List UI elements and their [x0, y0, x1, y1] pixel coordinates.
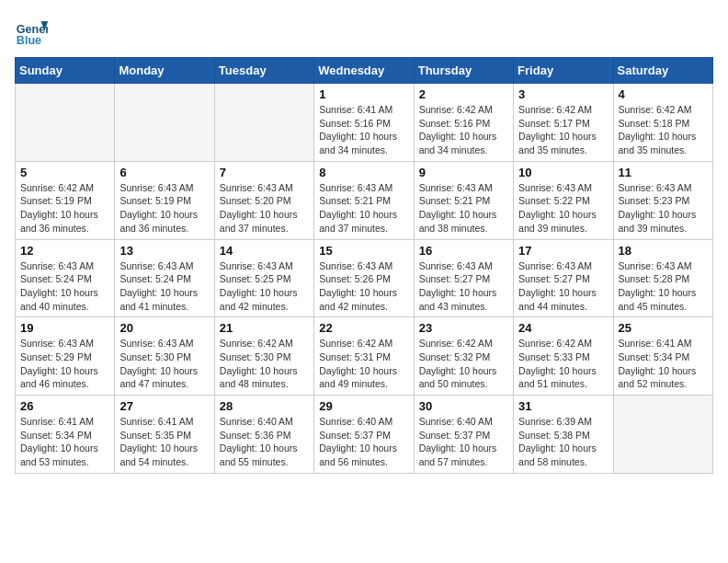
- cell-info: Sunrise: 6:43 AM Sunset: 5:21 PM Dayligh…: [319, 181, 408, 236]
- cell-info: Sunrise: 6:42 AM Sunset: 5:30 PM Dayligh…: [220, 337, 309, 391]
- cell-info: Sunrise: 6:42 AM Sunset: 5:17 PM Dayligh…: [518, 103, 608, 157]
- column-header-saturday: Saturday: [613, 58, 712, 84]
- day-number: 20: [119, 321, 209, 335]
- column-header-sunday: Sunday: [16, 58, 115, 84]
- cell-info: Sunrise: 6:43 AM Sunset: 5:21 PM Dayligh…: [419, 181, 508, 236]
- calendar-cell: [214, 84, 313, 162]
- calendar-cell: 24Sunrise: 6:42 AM Sunset: 5:33 PM Dayli…: [514, 317, 613, 396]
- day-number: 9: [419, 166, 508, 179]
- week-row-1: 1Sunrise: 6:41 AM Sunset: 5:16 PM Daylig…: [16, 84, 713, 162]
- cell-info: Sunrise: 6:43 AM Sunset: 5:29 PM Dayligh…: [20, 337, 109, 391]
- column-header-wednesday: Wednesday: [314, 58, 414, 84]
- calendar-cell: 21Sunrise: 6:42 AM Sunset: 5:30 PM Dayli…: [214, 317, 313, 396]
- cell-info: Sunrise: 6:39 AM Sunset: 5:38 PM Dayligh…: [518, 415, 608, 469]
- calendar-cell: 3Sunrise: 6:42 AM Sunset: 5:17 PM Daylig…: [514, 84, 613, 162]
- page-header: General Blue: [15, 15, 713, 48]
- day-number: 3: [518, 87, 608, 101]
- cell-info: Sunrise: 6:41 AM Sunset: 5:16 PM Dayligh…: [319, 103, 408, 157]
- day-number: 16: [419, 244, 508, 258]
- calendar-cell: 18Sunrise: 6:43 AM Sunset: 5:28 PM Dayli…: [613, 239, 712, 317]
- cell-info: Sunrise: 6:40 AM Sunset: 5:36 PM Dayligh…: [220, 415, 309, 469]
- calendar-cell: 29Sunrise: 6:40 AM Sunset: 5:37 PM Dayli…: [314, 396, 414, 474]
- calendar-cell: 6Sunrise: 6:43 AM Sunset: 5:19 PM Daylig…: [115, 161, 214, 239]
- calendar-cell: 20Sunrise: 6:43 AM Sunset: 5:30 PM Dayli…: [115, 317, 214, 396]
- week-row-2: 5Sunrise: 6:42 AM Sunset: 5:19 PM Daylig…: [16, 161, 713, 239]
- cell-info: Sunrise: 6:40 AM Sunset: 5:37 PM Dayligh…: [319, 415, 408, 469]
- cell-info: Sunrise: 6:40 AM Sunset: 5:37 PM Dayligh…: [419, 415, 508, 469]
- day-number: 8: [319, 166, 408, 179]
- calendar-cell: [16, 84, 115, 162]
- cell-info: Sunrise: 6:43 AM Sunset: 5:28 PM Dayligh…: [619, 259, 708, 314]
- calendar-cell: 11Sunrise: 6:43 AM Sunset: 5:23 PM Dayli…: [613, 161, 712, 239]
- week-row-4: 19Sunrise: 6:43 AM Sunset: 5:29 PM Dayli…: [16, 317, 713, 396]
- day-number: 21: [220, 321, 309, 335]
- day-number: 10: [518, 166, 608, 179]
- day-number: 14: [220, 244, 309, 258]
- cell-info: Sunrise: 6:41 AM Sunset: 5:34 PM Dayligh…: [20, 415, 109, 469]
- day-number: 15: [319, 244, 408, 258]
- cell-info: Sunrise: 6:41 AM Sunset: 5:34 PM Dayligh…: [619, 337, 708, 391]
- cell-info: Sunrise: 6:43 AM Sunset: 5:20 PM Dayligh…: [220, 181, 309, 236]
- calendar-cell: 12Sunrise: 6:43 AM Sunset: 5:24 PM Dayli…: [16, 239, 115, 317]
- week-row-5: 26Sunrise: 6:41 AM Sunset: 5:34 PM Dayli…: [16, 396, 713, 474]
- day-number: 1: [319, 87, 408, 101]
- day-number: 26: [20, 399, 109, 413]
- day-number: 12: [20, 244, 109, 258]
- day-number: 18: [619, 244, 708, 258]
- cell-info: Sunrise: 6:43 AM Sunset: 5:26 PM Dayligh…: [319, 259, 408, 314]
- column-header-thursday: Thursday: [414, 58, 513, 84]
- day-number: 24: [518, 321, 608, 335]
- day-number: 2: [419, 87, 508, 101]
- calendar-cell: 30Sunrise: 6:40 AM Sunset: 5:37 PM Dayli…: [414, 396, 513, 474]
- cell-info: Sunrise: 6:42 AM Sunset: 5:19 PM Dayligh…: [20, 181, 109, 236]
- svg-text:Blue: Blue: [17, 34, 41, 47]
- cell-info: Sunrise: 6:43 AM Sunset: 5:30 PM Dayligh…: [119, 337, 209, 391]
- day-number: 27: [119, 399, 209, 413]
- cell-info: Sunrise: 6:42 AM Sunset: 5:31 PM Dayligh…: [319, 337, 408, 391]
- calendar-cell: [115, 84, 214, 162]
- cell-info: Sunrise: 6:43 AM Sunset: 5:27 PM Dayligh…: [518, 259, 608, 314]
- cell-info: Sunrise: 6:43 AM Sunset: 5:24 PM Dayligh…: [119, 259, 209, 314]
- calendar-cell: 15Sunrise: 6:43 AM Sunset: 5:26 PM Dayli…: [314, 239, 414, 317]
- calendar-header-row: SundayMondayTuesdayWednesdayThursdayFrid…: [16, 58, 713, 84]
- day-number: 11: [619, 166, 708, 179]
- cell-info: Sunrise: 6:43 AM Sunset: 5:24 PM Dayligh…: [20, 259, 109, 314]
- day-number: 4: [619, 87, 708, 101]
- cell-info: Sunrise: 6:41 AM Sunset: 5:35 PM Dayligh…: [119, 415, 209, 469]
- calendar-cell: 25Sunrise: 6:41 AM Sunset: 5:34 PM Dayli…: [613, 317, 712, 396]
- calendar-cell: [613, 396, 712, 474]
- calendar-cell: 27Sunrise: 6:41 AM Sunset: 5:35 PM Dayli…: [115, 396, 214, 474]
- column-header-tuesday: Tuesday: [214, 58, 313, 84]
- day-number: 30: [419, 399, 508, 413]
- day-number: 13: [119, 244, 209, 258]
- calendar-cell: 13Sunrise: 6:43 AM Sunset: 5:24 PM Dayli…: [115, 239, 214, 317]
- calendar-cell: 14Sunrise: 6:43 AM Sunset: 5:25 PM Dayli…: [214, 239, 313, 317]
- cell-info: Sunrise: 6:43 AM Sunset: 5:23 PM Dayligh…: [619, 181, 708, 236]
- week-row-3: 12Sunrise: 6:43 AM Sunset: 5:24 PM Dayli…: [16, 239, 713, 317]
- calendar-cell: 22Sunrise: 6:42 AM Sunset: 5:31 PM Dayli…: [314, 317, 414, 396]
- calendar-cell: 16Sunrise: 6:43 AM Sunset: 5:27 PM Dayli…: [414, 239, 513, 317]
- day-number: 19: [20, 321, 109, 335]
- day-number: 17: [518, 244, 608, 258]
- day-number: 6: [119, 166, 209, 179]
- day-number: 29: [319, 399, 408, 413]
- calendar-cell: 4Sunrise: 6:42 AM Sunset: 5:18 PM Daylig…: [613, 84, 712, 162]
- cell-info: Sunrise: 6:43 AM Sunset: 5:27 PM Dayligh…: [419, 259, 508, 314]
- calendar-cell: 8Sunrise: 6:43 AM Sunset: 5:21 PM Daylig…: [314, 161, 414, 239]
- day-number: 22: [319, 321, 408, 335]
- day-number: 23: [419, 321, 508, 335]
- day-number: 5: [20, 166, 109, 179]
- logo: General Blue: [15, 15, 48, 48]
- calendar-cell: 9Sunrise: 6:43 AM Sunset: 5:21 PM Daylig…: [414, 161, 513, 239]
- calendar-table: SundayMondayTuesdayWednesdayThursdayFrid…: [15, 57, 713, 474]
- cell-info: Sunrise: 6:42 AM Sunset: 5:16 PM Dayligh…: [419, 103, 508, 157]
- calendar-cell: 2Sunrise: 6:42 AM Sunset: 5:16 PM Daylig…: [414, 84, 513, 162]
- logo-icon: General Blue: [15, 15, 48, 48]
- calendar-cell: 17Sunrise: 6:43 AM Sunset: 5:27 PM Dayli…: [514, 239, 613, 317]
- cell-info: Sunrise: 6:43 AM Sunset: 5:25 PM Dayligh…: [220, 259, 309, 314]
- day-number: 31: [518, 399, 608, 413]
- calendar-cell: 10Sunrise: 6:43 AM Sunset: 5:22 PM Dayli…: [514, 161, 613, 239]
- calendar-cell: 1Sunrise: 6:41 AM Sunset: 5:16 PM Daylig…: [314, 84, 414, 162]
- calendar-cell: 5Sunrise: 6:42 AM Sunset: 5:19 PM Daylig…: [16, 161, 115, 239]
- cell-info: Sunrise: 6:42 AM Sunset: 5:32 PM Dayligh…: [419, 337, 508, 391]
